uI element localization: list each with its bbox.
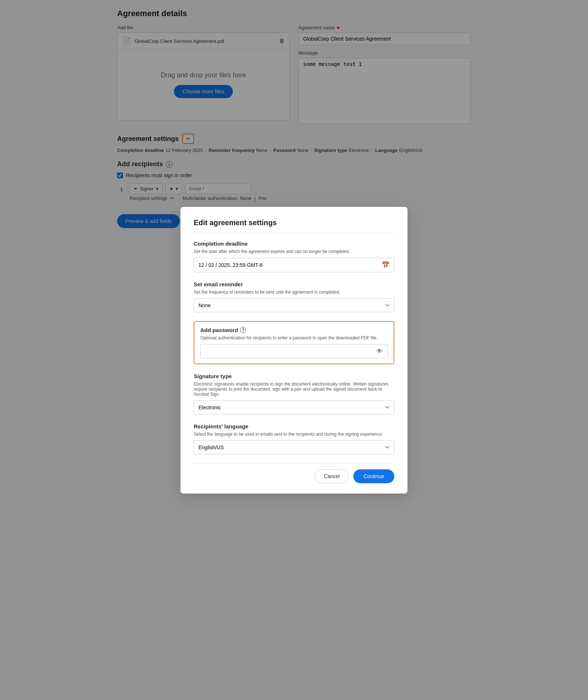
modal-title: Edit agreement settings [194,219,394,233]
completion-deadline-section: Completion deadline Set the date after w… [194,241,394,243]
completion-deadline-section-title: Completion deadline [194,241,394,243]
modal-overlay: Edit agreement settings Completion deadl… [0,0,588,243]
edit-agreement-settings-modal: Edit agreement settings Completion deadl… [181,207,407,243]
